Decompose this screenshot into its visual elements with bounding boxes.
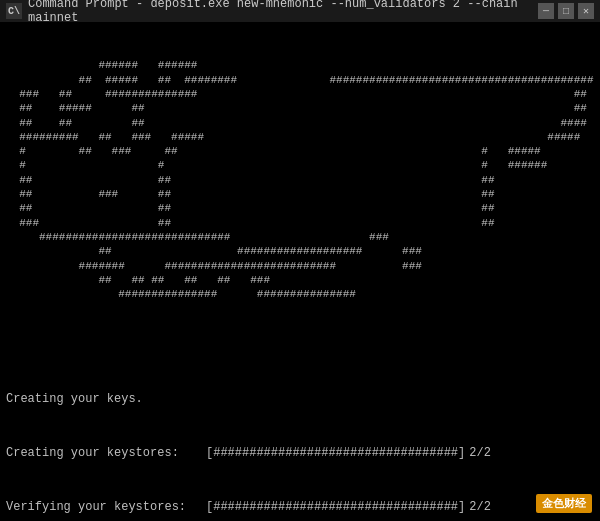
creating-keys-line: Creating your keys. [6, 390, 594, 408]
title-bar: C\ Command Prompt - deposit.exe new-mnem… [0, 0, 600, 22]
verifying-keystores-label: Verifying your keystores: [6, 498, 206, 516]
creating-keystores-line: Creating your keystores: [##############… [6, 444, 594, 462]
cmd-icon: C\ [6, 3, 22, 19]
minimize-button[interactable]: ─ [538, 3, 554, 19]
creating-keystores-label: Creating your keystores: [6, 444, 206, 462]
window-controls: ─ □ ✕ [538, 3, 594, 19]
creating-keystores-count: 2/2 [469, 444, 491, 462]
verifying-keystores-count: 2/2 [469, 498, 491, 516]
ascii-art: ###### ###### ## ##### ## ######## #####… [6, 58, 594, 301]
creating-keystores-bar: [##################################] [206, 444, 465, 462]
status-lines: Creating your keys. Creating your keysto… [6, 354, 594, 521]
maximize-button[interactable]: □ [558, 3, 574, 19]
verifying-keystores-bar: [##################################] [206, 498, 465, 516]
watermark: 金色财经 [536, 494, 592, 513]
close-button[interactable]: ✕ [578, 3, 594, 19]
terminal-area: ###### ###### ## ##### ## ######## #####… [0, 22, 600, 521]
verifying-keystores-line: Verifying your keystores: [#############… [6, 498, 594, 516]
